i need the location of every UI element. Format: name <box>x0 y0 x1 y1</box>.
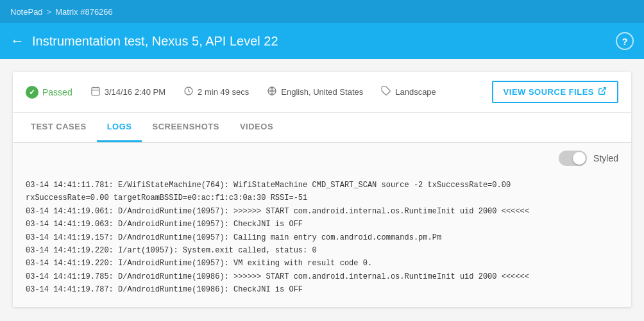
breadcrumb-separator: > <box>47 7 52 17</box>
tag-icon <box>381 86 391 98</box>
tabs-row: TEST CASES LOGS SCREENSHOTS VIDEOS <box>13 113 631 143</box>
breadcrumb-notepad[interactable]: NotePad <box>10 7 43 17</box>
status-label: Passed <box>42 87 72 97</box>
styled-label: Styled <box>593 153 618 163</box>
title-bar: ← Instrumentation test, Nexus 5, API Lev… <box>0 23 644 59</box>
tab-videos[interactable]: VIDEOS <box>230 113 284 142</box>
svg-rect-0 <box>92 88 99 95</box>
orientation-value: Landscape <box>395 87 436 97</box>
main-card: Passed 3/14/16 2:40 PM 2 min 49 secs <box>13 72 631 307</box>
top-nav-bar: NotePad > Matrix #876266 <box>0 0 644 23</box>
breadcrumb: NotePad > Matrix #876266 <box>10 7 113 17</box>
globe-icon <box>267 86 277 98</box>
view-source-label: VIEW SOURCE FILES <box>504 87 594 97</box>
locale-meta: English, United States <box>267 86 363 98</box>
status-passed: Passed <box>26 86 72 99</box>
tab-screenshots[interactable]: SCREENSHOTS <box>142 113 229 142</box>
log-content: 03-14 14:41:11.781: E/WifiStateMachine(7… <box>13 171 631 307</box>
tab-logs[interactable]: LOGS <box>97 113 142 142</box>
date-value: 3/14/16 2:40 PM <box>105 87 165 97</box>
clock-icon <box>183 86 194 98</box>
tab-test-cases[interactable]: TEST CASES <box>21 113 97 142</box>
external-link-icon <box>598 86 607 97</box>
page-title: Instrumentation test, Nexus 5, API Level… <box>32 34 278 49</box>
svg-line-7 <box>602 88 606 92</box>
duration-meta: 2 min 49 secs <box>183 86 249 98</box>
view-source-button[interactable]: VIEW SOURCE FILES <box>492 81 618 103</box>
breadcrumb-matrix[interactable]: Matrix #876266 <box>55 7 113 17</box>
styled-toggle[interactable] <box>559 151 587 166</box>
check-circle-icon <box>26 86 38 99</box>
orientation-meta: Landscape <box>381 86 436 98</box>
help-button[interactable]: ? <box>616 32 634 50</box>
status-row: Passed 3/14/16 2:40 PM 2 min 49 secs <box>13 72 631 113</box>
locale-value: English, United States <box>281 87 363 97</box>
back-button[interactable]: ← <box>10 34 24 48</box>
calendar-icon <box>90 86 101 98</box>
log-controls: Styled <box>13 143 631 171</box>
date-meta: 3/14/16 2:40 PM <box>90 86 165 98</box>
duration-value: 2 min 49 secs <box>198 87 249 97</box>
